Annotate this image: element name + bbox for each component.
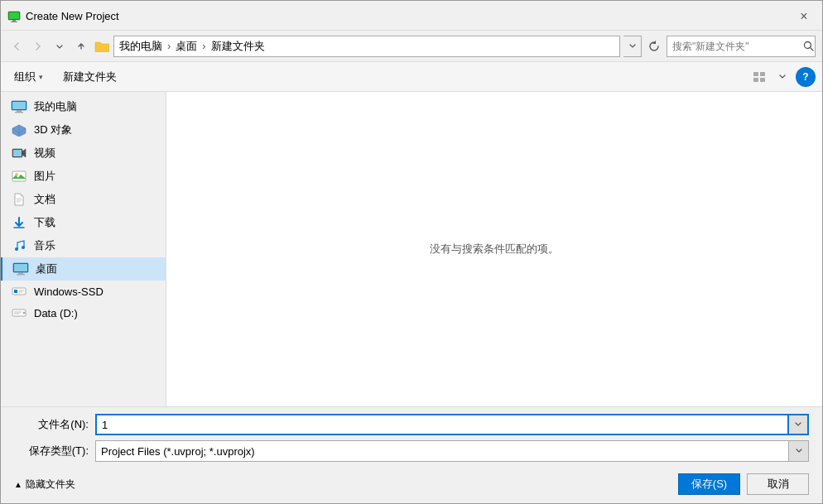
filename-label: 文件名(N): [14, 417, 89, 432]
download-icon [11, 216, 27, 229]
sidebar-label-picture: 图片 [34, 169, 55, 184]
svg-rect-12 [17, 110, 22, 112]
sidebar-label-3d: 3D 对象 [34, 122, 72, 137]
sidebar-label-download: 下载 [34, 215, 55, 230]
cancel-button[interactable]: 取消 [747, 473, 809, 495]
savetype-value: Project Files (*.uvproj; *.uvprojx) [101, 445, 783, 458]
sidebar-label-video: 视频 [34, 146, 55, 161]
main-content: 没有与搜索条件匹配的项。 [166, 92, 822, 406]
view-dropdown-button[interactable] [772, 67, 792, 87]
dropdown-nav-button[interactable] [51, 37, 69, 55]
sidebar: 我的电脑 3D 对象 [1, 92, 166, 406]
svg-rect-1 [9, 12, 19, 19]
3d-icon [11, 123, 27, 137]
sidebar-item-picture[interactable]: 图片 [1, 165, 166, 188]
search-box [667, 36, 816, 57]
svg-rect-11 [12, 102, 26, 109]
svg-line-5 [810, 48, 813, 51]
toolbar: 我的电脑 › 桌面 › 新建文件夹 [1, 31, 822, 62]
sidebar-label-computer: 我的电脑 [34, 99, 77, 114]
sidebar-label-windows-ssd: Windows-SSD [34, 286, 103, 298]
path-newfolder: 新建文件夹 [211, 39, 265, 54]
content-area: 我的电脑 3D 对象 [1, 92, 822, 406]
svg-rect-3 [11, 22, 17, 22]
video-icon [11, 146, 27, 160]
savetype-input-wrap: Project Files (*.uvproj; *.uvprojx) [95, 440, 809, 462]
sidebar-item-computer[interactable]: 我的电脑 [1, 95, 166, 118]
svg-rect-6 [753, 72, 758, 76]
forward-button[interactable] [29, 37, 47, 55]
svg-rect-25 [14, 264, 27, 271]
path-computer: 我的电脑 [119, 39, 162, 54]
filename-input[interactable] [95, 414, 789, 435]
sidebar-label-data-d: Data (D:) [34, 307, 78, 319]
savetype-row: 保存类型(T): Project Files (*.uvproj; *.uvpr… [14, 440, 809, 462]
help-button[interactable]: ? [796, 67, 816, 87]
svg-rect-29 [14, 290, 17, 293]
hide-folder-label: 隐藏文件夹 [26, 478, 75, 492]
svg-rect-2 [12, 20, 16, 22]
sidebar-item-download[interactable]: 下载 [1, 211, 166, 234]
data-drive-icon [11, 306, 27, 319]
svg-point-22 [15, 247, 18, 251]
svg-rect-13 [15, 112, 23, 113]
svg-rect-9 [760, 78, 765, 82]
refresh-button[interactable] [645, 36, 663, 57]
bottom-footer: ▲ 隐藏文件夹 保存(S) 取消 [14, 467, 809, 497]
sidebar-item-video[interactable]: 视频 [1, 142, 166, 165]
new-folder-button[interactable]: 新建文件夹 [56, 67, 123, 87]
filename-dropdown-btn[interactable] [789, 414, 809, 435]
sidebar-item-document[interactable]: 文档 [1, 188, 166, 211]
sidebar-label-desktop: 桌面 [36, 262, 57, 276]
svg-point-23 [22, 246, 25, 249]
app-icon [7, 10, 21, 23]
document-icon [11, 193, 27, 206]
filename-input-wrap [95, 414, 809, 435]
sidebar-item-windows-ssd[interactable]: Windows-SSD [1, 281, 166, 302]
svg-rect-26 [18, 272, 23, 274]
back-button[interactable] [7, 37, 26, 55]
close-button[interactable]: × [792, 7, 816, 26]
windows-ssd-icon [11, 285, 27, 298]
svg-point-33 [23, 312, 26, 314]
bottom-area: 文件名(N): 保存类型(T): Project Files (*.uvproj… [1, 406, 822, 503]
svg-rect-15 [13, 150, 22, 156]
svg-rect-7 [760, 72, 765, 76]
organize-button[interactable]: 组织 ▾ [7, 67, 50, 87]
sidebar-item-data-d[interactable]: Data (D:) [1, 302, 166, 324]
path-desktop: 桌面 [176, 39, 197, 54]
up-button[interactable] [72, 37, 90, 55]
dialog-window: Create New Project × 我的电脑 › 桌面 › 新建文件夹 [0, 0, 823, 504]
sidebar-label-document: 文档 [34, 192, 55, 207]
empty-message: 没有与搜索条件匹配的项。 [430, 242, 559, 257]
hide-folder-area: ▲ 隐藏文件夹 [14, 478, 75, 492]
sidebar-item-desktop[interactable]: 桌面 [1, 257, 166, 281]
computer-icon [11, 100, 27, 113]
title-bar: Create New Project × [1, 1, 822, 31]
sidebar-label-music: 音乐 [34, 238, 55, 253]
music-icon [11, 239, 27, 252]
sidebar-item-music[interactable]: 音乐 [1, 234, 166, 257]
action-bar: 组织 ▾ 新建文件夹 ? [1, 62, 822, 92]
savetype-label: 保存类型(T): [14, 444, 89, 458]
savetype-dropdown[interactable]: Project Files (*.uvproj; *.uvprojx) [95, 440, 789, 462]
savetype-dropdown-btn[interactable] [789, 440, 809, 462]
sidebar-item-3d[interactable]: 3D 对象 [1, 118, 166, 142]
desktop-icon [12, 262, 29, 276]
view-toggle-button[interactable] [749, 67, 769, 87]
address-bar[interactable]: 我的电脑 › 桌面 › 新建文件夹 [113, 36, 620, 57]
search-button[interactable] [801, 36, 815, 56]
filename-row: 文件名(N): [14, 414, 809, 435]
organize-dropdown-arrow: ▾ [39, 73, 43, 81]
folder-icon [94, 38, 110, 55]
save-button[interactable]: 保存(S) [678, 473, 740, 495]
svg-rect-8 [753, 78, 758, 82]
svg-rect-27 [17, 274, 25, 276]
svg-rect-16 [12, 171, 26, 181]
search-input[interactable] [667, 36, 801, 56]
dialog-title: Create New Project [26, 10, 792, 22]
picture-icon [11, 170, 27, 183]
address-dropdown-btn[interactable] [623, 36, 642, 57]
action-bar-right: ? [749, 67, 816, 87]
